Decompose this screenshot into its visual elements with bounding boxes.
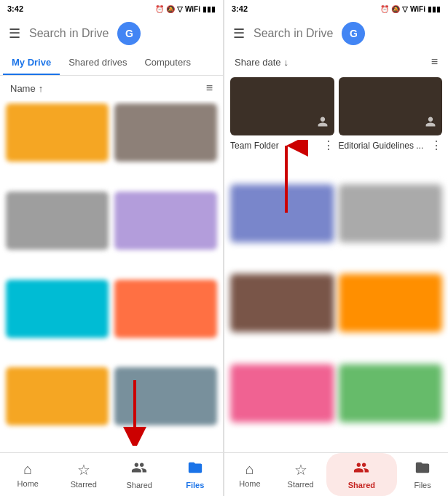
folder-orange[interactable] [114,280,217,338]
blurred-item-2[interactable] [339,184,443,243]
nav-shared-2[interactable]: Shared [326,453,398,496]
folder-brown[interactable] [114,103,217,162]
nav-starred-2[interactable]: ☆ Starred [275,453,326,496]
files-icon-2 [414,460,431,479]
nav-starred-label-2: Starred [288,480,314,489]
hamburger-icon-1[interactable]: ☰ [9,25,20,42]
nav-home-2[interactable]: ⌂ Home [224,453,275,496]
time-1: 3:42 [7,4,23,13]
status-bar-1: 3:42 ⏰ 🔕 ▽ WiFi ▮▮▮ [0,0,223,17]
editorial-folder-card[interactable]: Editorial Guidelines ... ⋮ [339,77,443,180]
screen2: 3:42 ⏰ 🔕 ▽ WiFi ▮▮▮ ☰ Search in Drive G … [224,0,448,496]
editorial-folder-more-button[interactable]: ⋮ [431,138,442,152]
search-input-1[interactable]: Search in Drive [29,27,109,40]
blurred-item-5[interactable] [230,364,334,422]
team-folder-card[interactable]: Team Folder ⋮ [230,77,334,180]
editorial-shared-icon [425,116,436,130]
files-icon-1 [187,460,203,479]
nav-files-label-2: Files [414,481,431,489]
blurred-item-1[interactable] [230,184,334,243]
nav-shared-label-1: Shared [127,481,152,489]
team-folder-info: Team Folder ⋮ [230,138,334,152]
blurred-item-4[interactable] [339,274,443,332]
nav-files-2[interactable]: Files [397,453,448,496]
nav-starred-label-1: Starred [71,480,97,489]
nav-starred-1[interactable]: ☆ Starred [56,453,112,496]
sort-bar-1: Name ↑ ≡ [0,76,223,101]
tab-computers[interactable]: Computers [135,50,200,75]
editorial-folder-info: Editorial Guidelines ... ⋮ [339,138,443,152]
bottom-nav-2: ⌂ Home ☆ Starred Shared Files [224,452,448,496]
list-view-icon-2[interactable]: ≡ [431,55,438,68]
status-bar-2: 3:42 ⏰ 🔕 ▽ WiFi ▮▮▮ [224,0,448,17]
folder-cyan[interactable] [6,280,109,338]
tabs-1: My Drive Shared drives Computers [0,50,223,76]
blurred-item-6[interactable] [339,364,443,422]
shared-people-icon-2 [353,460,369,476]
status-icons-2: ⏰ 🔕 ▽ WiFi ▮▮▮ [380,5,441,13]
avatar-2[interactable]: G [342,22,365,45]
team-folder-thumb [230,77,334,135]
team-folder-name: Team Folder [230,141,279,151]
search-bar-1[interactable]: ☰ Search in Drive G [0,17,223,50]
folder-yellow[interactable] [6,103,109,162]
person-icon-2 [425,116,436,127]
nav-files-label-1: Files [186,481,204,489]
sort-label-1[interactable]: Name ↑ [10,83,43,94]
folder-gray[interactable] [6,192,109,250]
list-view-icon-1[interactable]: ≡ [206,82,213,95]
person-icon [317,116,329,127]
bottom-nav-1: ⌂ Home ☆ Starred Shared Files [0,452,223,496]
nav-shared-1[interactable]: Shared [111,453,168,496]
sort-bar-2: Share date ↓ ≡ [224,50,448,74]
shared-icon-2 [353,460,369,479]
home-icon-2: ⌂ [245,461,254,478]
tab-my-drive[interactable]: My Drive [3,50,60,75]
files-folder-icon-1 [187,460,203,476]
folder-slate[interactable] [114,367,217,425]
nav-home-1[interactable]: ⌂ Home [0,453,56,496]
home-icon-1: ⌂ [23,461,32,478]
hamburger-icon-2[interactable]: ☰ [233,25,245,42]
search-input-2[interactable]: Search in Drive [254,27,333,40]
shared-icon-1 [131,460,147,479]
files-grid-1 [0,101,223,452]
status-icons-1: ⏰ 🔕 ▽ WiFi ▮▮▮ [155,5,216,13]
nav-home-label-1: Home [17,479,39,488]
blurred-item-3[interactable] [230,274,334,332]
time-2: 3:42 [232,4,248,13]
folder-purple[interactable] [114,192,217,250]
nav-home-label-2: Home [239,479,260,488]
files-grid-2: Team Folder ⋮ Editorial Guidelines ... ⋮ [224,74,448,452]
folder-yellow2[interactable] [6,367,109,425]
files-folder-icon-2 [414,460,431,476]
team-folder-more-button[interactable]: ⋮ [323,138,334,152]
avatar-1[interactable]: G [117,22,141,45]
search-bar-2[interactable]: ☰ Search in Drive G [224,17,448,50]
starred-icon-2: ☆ [294,461,307,479]
editorial-folder-thumb [339,77,443,135]
shared-people-icon-1 [131,460,147,476]
starred-icon-1: ☆ [77,461,90,479]
nav-files-1[interactable]: Files [168,453,224,496]
screen1: 3:42 ⏰ 🔕 ▽ WiFi ▮▮▮ ☰ Search in Drive G … [0,0,224,496]
shared-folder-person-icon [317,116,329,130]
nav-shared-label-2: Shared [348,481,375,489]
tab-shared-drives[interactable]: Shared drives [60,50,135,75]
editorial-folder-name: Editorial Guidelines ... [339,141,424,151]
sort-label-2[interactable]: Share date ↓ [235,57,288,68]
